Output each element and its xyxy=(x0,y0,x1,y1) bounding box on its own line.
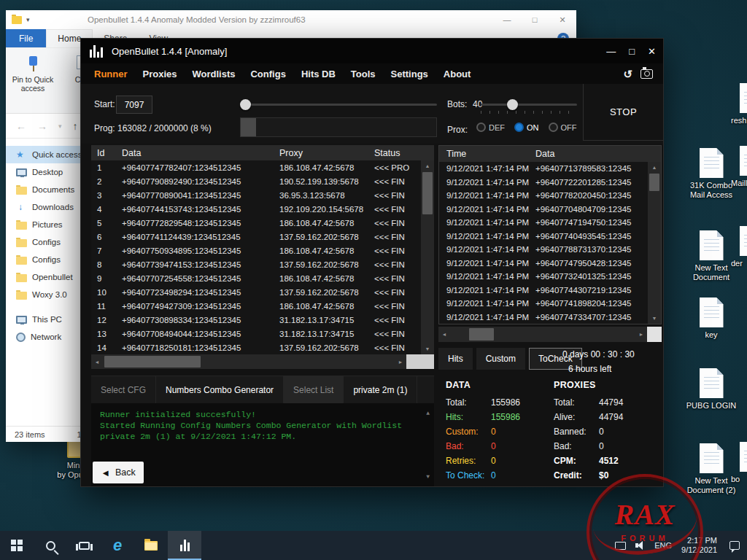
bot-row[interactable]: 6 +96407741124439:1234512345 137.59.162.… xyxy=(91,230,421,244)
desktop-icon-edge-4[interactable]: bo xyxy=(729,442,747,484)
scroll-up-icon[interactable] xyxy=(648,162,661,173)
bot-row[interactable]: 1 +96407747782407:1234512345 186.108.47.… xyxy=(91,160,421,174)
desktop-icon-key[interactable]: key xyxy=(685,298,738,340)
start-slider-knob[interactable] xyxy=(240,99,251,110)
desktop-icon-edge-1[interactable]: resh xyxy=(729,83,747,125)
hit-row[interactable]: 9/12/2021 1:47:14 PM +96407713789583:123… xyxy=(439,162,648,176)
back-icon[interactable] xyxy=(16,120,26,132)
config-tab[interactable]: Select List xyxy=(284,376,344,403)
bot-row[interactable]: 11 +96407749427309:1234512345 186.108.47… xyxy=(91,299,421,313)
back-button[interactable]: Back xyxy=(93,462,144,483)
sidebar-item[interactable]: Configs xyxy=(6,251,88,268)
task-view-button[interactable] xyxy=(67,531,101,560)
scroll-down-icon[interactable] xyxy=(421,343,434,354)
hit-row[interactable]: 9/12/2021 1:47:14 PM +96407782020450:123… xyxy=(439,189,648,203)
bot-row[interactable]: 7 +96407750934895:1234512345 186.108.47.… xyxy=(91,244,421,257)
proxy-mode-option[interactable]: ON xyxy=(514,122,539,132)
camera-icon[interactable] xyxy=(640,69,653,79)
maximize-button[interactable] xyxy=(521,10,549,29)
minimize-button[interactable] xyxy=(606,46,616,57)
close-button[interactable] xyxy=(648,46,656,57)
history-icon[interactable] xyxy=(623,69,632,79)
desktop-icon-pubg-login[interactable]: PUBG LOGIN xyxy=(685,368,738,411)
scroll-right-icon[interactable] xyxy=(395,359,406,365)
language-indicator[interactable]: ENG xyxy=(654,541,672,550)
scrollbar-thumb[interactable] xyxy=(469,328,494,341)
scroll-up-icon[interactable] xyxy=(421,160,434,171)
scroll-down-icon[interactable] xyxy=(426,471,430,482)
vertical-scrollbar[interactable] xyxy=(421,160,434,354)
start-bot-input[interactable]: 7097 xyxy=(116,96,152,114)
horizontal-scrollbar[interactable] xyxy=(438,327,647,342)
bot-row[interactable]: 8 +96407739474153:1234512345 137.59.162.… xyxy=(91,257,421,271)
sidebar-item[interactable]: Quick access xyxy=(6,146,88,163)
bot-row[interactable]: 12 +96407730898334:1234512345 31.182.13.… xyxy=(91,313,421,327)
bots-slider-knob[interactable] xyxy=(507,99,518,110)
recent-locations-icon[interactable] xyxy=(58,122,62,130)
bot-row[interactable]: 14 +96407718250181:1234512345 137.59.162… xyxy=(91,341,421,354)
menu-item[interactable]: Tools xyxy=(351,69,376,79)
touch-keyboard-icon[interactable] xyxy=(615,542,626,550)
chevron-down-icon[interactable] xyxy=(26,16,30,23)
action-center-icon[interactable] xyxy=(729,541,740,550)
menu-item[interactable]: Settings xyxy=(391,69,428,79)
taskbar-clock[interactable]: 2:17 PM 9/12/2021 xyxy=(681,536,717,555)
desktop-icon-edge-2[interactable]: Maill v j... xyxy=(729,146,747,188)
sidebar-item[interactable]: Configs xyxy=(6,233,88,251)
bot-row[interactable]: 10 +96407723498294:1234512345 137.59.162… xyxy=(91,285,421,299)
hit-row[interactable]: 9/12/2021 1:47:14 PM +96407732401325:123… xyxy=(439,270,648,284)
scroll-right-icon[interactable] xyxy=(635,332,647,337)
hit-row[interactable]: 9/12/2021 1:47:14 PM +96407722201285:123… xyxy=(439,176,648,190)
sidebar-item[interactable]: Downloads xyxy=(6,198,88,216)
hit-row[interactable]: 9/12/2021 1:47:14 PM +96407747334707:123… xyxy=(439,311,648,324)
menu-item[interactable]: Wordlists xyxy=(192,69,235,79)
radio-icon[interactable] xyxy=(549,122,558,132)
internet-explorer-button[interactable] xyxy=(101,531,134,560)
scroll-left-icon[interactable] xyxy=(91,359,103,365)
hit-category-tab[interactable]: Custom xyxy=(476,348,525,370)
bot-row[interactable]: 2 +96407790892490:1234512345 190.52.199.… xyxy=(91,174,421,188)
menu-item[interactable]: Hits DB xyxy=(301,69,336,79)
volume-icon[interactable] xyxy=(635,541,645,550)
bot-row[interactable]: 13 +96407708494044:1234512345 31.182.13.… xyxy=(91,327,421,341)
sidebar-item[interactable]: Openbullet xyxy=(6,268,88,286)
menu-item[interactable]: About xyxy=(444,69,471,79)
hit-row[interactable]: 9/12/2021 1:47:14 PM +96407740493545:123… xyxy=(439,230,648,244)
bot-row[interactable]: 3 +96407770890041:1234512345 36.95.3.123… xyxy=(91,188,421,202)
hit-row[interactable]: 9/12/2021 1:47:14 PM +96407741898204:123… xyxy=(439,297,648,311)
config-tab[interactable]: private 2m (1) xyxy=(344,376,417,403)
radio-icon[interactable] xyxy=(476,122,486,132)
openbullet-taskbar-button[interactable] xyxy=(168,531,201,560)
desktop-icon-edge-3[interactable]: der xyxy=(729,226,747,268)
minimize-button[interactable] xyxy=(493,10,521,29)
scroll-left-icon[interactable] xyxy=(438,332,450,337)
close-button[interactable] xyxy=(549,10,576,29)
hit-row[interactable]: 9/12/2021 1:47:14 PM +96407704804709:123… xyxy=(439,203,648,217)
bot-row[interactable]: 9 +96407707254558:1234512345 186.108.47.… xyxy=(91,271,421,285)
forward-icon[interactable] xyxy=(37,120,47,132)
hit-row[interactable]: 9/12/2021 1:47:14 PM +96407747194750:123… xyxy=(439,216,648,230)
bot-row[interactable]: 4 +96407744153743:1234512345 192.109.220… xyxy=(91,202,421,216)
sidebar-item[interactable]: Documents xyxy=(6,181,88,198)
pin-to-quick-access-button[interactable]: Pin to Quick access xyxy=(10,52,55,109)
sidebar-item[interactable]: Network xyxy=(6,328,88,346)
sidebar-item[interactable]: Pictures xyxy=(6,216,88,233)
ribbon-tab-file[interactable]: File xyxy=(6,29,46,47)
hit-row[interactable]: 9/12/2021 1:47:14 PM +96407747950428:123… xyxy=(439,257,648,271)
config-tab[interactable]: Numbers Combo Generator xyxy=(156,376,284,403)
proxy-mode-option[interactable]: OFF xyxy=(549,122,577,132)
menu-item[interactable]: Proxies xyxy=(143,69,177,79)
start-slider[interactable] xyxy=(241,104,437,106)
bots-slider[interactable] xyxy=(481,104,577,106)
hit-category-tab[interactable]: Hits xyxy=(438,348,473,370)
proxy-mode-option[interactable]: DEF xyxy=(476,122,505,132)
hit-row[interactable]: 9/12/2021 1:47:14 PM +96407788731370:123… xyxy=(439,243,648,257)
sidebar-item[interactable]: Woxy 3.0 xyxy=(6,286,88,303)
scrollbar-thumb[interactable] xyxy=(422,172,433,214)
scrollbar-thumb[interactable] xyxy=(649,174,659,191)
file-explorer-button[interactable] xyxy=(134,531,168,560)
stop-button[interactable]: STOP xyxy=(583,84,663,141)
menu-item[interactable]: Runner xyxy=(94,69,128,79)
sidebar-item[interactable]: Desktop xyxy=(6,163,88,181)
menu-item[interactable]: Configs xyxy=(250,69,285,79)
